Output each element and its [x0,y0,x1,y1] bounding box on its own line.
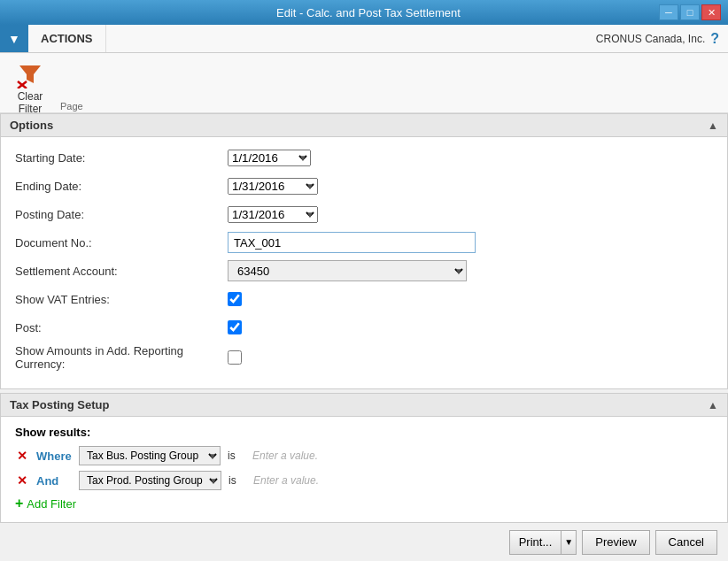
starting-date-dropdown[interactable]: 1/1/2016 [228,150,311,166]
filter-operator-2: is [228,474,246,487]
show-amounts-label: Show Amounts in Add. Reporting Currency: [15,344,228,371]
options-section: Options ▲ Starting Date: 1/1/2016 ▼ End [0,113,728,389]
clear-filter-label: ClearFilter [18,90,43,115]
add-filter-button[interactable]: + Add Filter [15,496,713,511]
options-collapse-icon: ▲ [708,119,718,132]
ribbon: ▼ ACTIONS CRONUS Canada, Inc. ? [0,25,728,53]
tax-posting-section-body: Show results: ✕ Where Tax Bus. Posting G… [1,417,727,522]
title-bar: Edit - Calc. and Post Tax Settlement ─ □… [0,0,728,25]
print-button[interactable]: Print... [509,530,561,555]
ribbon-tab-actions[interactable]: ACTIONS [28,25,106,52]
posting-date-row: Posting Date: 1/31/2016 ▼ [15,203,713,226]
print-dropdown-button[interactable]: ▼ [561,530,577,555]
tax-posting-section: Tax Posting Setup ▲ Show results: ✕ Wher… [0,393,728,522]
post-checkbox[interactable] [228,320,242,334]
window-title: Edit - Calc. and Post Tax Settlement [78,6,659,19]
show-vat-checkbox[interactable] [228,292,242,306]
clear-filter-icon [16,60,44,88]
show-vat-row: Show VAT Entries: [15,288,713,311]
show-amounts-row: Show Amounts in Add. Reporting Currency: [15,344,713,371]
options-section-body: Starting Date: 1/1/2016 ▼ Ending Date: [1,137,727,388]
filter-operator-1: is [228,450,245,462]
posting-date-label: Posting Date: [15,208,228,221]
ending-date-row: Ending Date: 1/31/2016 ▼ [15,174,713,197]
close-button[interactable]: ✕ [701,4,721,20]
company-name: CRONUS Canada, Inc. ? [587,25,728,52]
filter-remove-2-button[interactable]: ✕ [15,473,29,488]
document-no-row: Document No.: [15,231,713,254]
ending-date-dropdown[interactable]: 1/31/2016 [228,178,318,195]
add-filter-plus-icon: + [15,496,23,511]
tax-posting-collapse-icon: ▲ [708,399,718,411]
tax-posting-section-header[interactable]: Tax Posting Setup ▲ [1,394,727,417]
posting-date-dropdown[interactable]: 1/31/2016 [228,206,318,223]
svg-marker-0 [19,65,41,83]
filter-value-1[interactable]: Enter a value. [252,450,318,462]
filter-keyword-2: And [36,474,72,488]
maximize-button[interactable]: □ [680,4,700,20]
post-row: Post: [15,316,713,339]
clear-filter-button[interactable]: ClearFilter [7,57,53,119]
footer: Print... ▼ Preview Cancel [0,522,728,561]
filter-row-2: ✕ And Tax Prod. Posting Group ▼ is Enter… [15,471,713,490]
starting-date-row: Starting Date: 1/1/2016 ▼ [15,146,713,169]
filter-keyword-1: Where [36,450,72,463]
show-amounts-checkbox[interactable] [228,350,242,365]
window-controls[interactable]: ─ □ ✕ [659,4,721,20]
filter-row-1: ✕ Where Tax Bus. Posting Group ▼ is Ente… [15,446,713,465]
preview-button[interactable]: Preview [582,530,649,555]
show-vat-label: Show VAT Entries: [15,293,228,306]
post-label: Post: [15,321,228,334]
print-button-wrap[interactable]: Print... ▼ [509,530,577,555]
settlement-account-dropdown[interactable]: 63450 [228,260,467,281]
ending-date-label: Ending Date: [15,180,228,193]
starting-date-label: Starting Date: [15,151,228,165]
help-icon[interactable]: ? [710,31,719,47]
settlement-account-row: Settlement Account: 63450 ▼ [15,259,713,282]
options-section-header[interactable]: Options ▲ [1,114,727,137]
filter-field-1-dropdown[interactable]: Tax Bus. Posting Group [79,446,221,465]
ribbon-menu-button[interactable]: ▼ [0,25,28,52]
filter-remove-1-button[interactable]: ✕ [15,449,29,463]
filter-field-2-dropdown[interactable]: Tax Prod. Posting Group [79,471,221,490]
filter-value-2[interactable]: Enter a value. [253,474,319,487]
document-no-label: Document No.: [15,236,228,250]
add-filter-label: Add Filter [27,497,76,511]
show-results-label: Show results: [15,426,713,439]
main-content: Options ▲ Starting Date: 1/1/2016 ▼ End [0,113,728,522]
cancel-button[interactable]: Cancel [655,530,717,555]
settlement-account-label: Settlement Account: [15,265,228,278]
toolbar: ClearFilter Page [0,53,728,113]
toolbar-page-label: Page [53,57,83,111]
minimize-button[interactable]: ─ [659,4,678,20]
document-no-input[interactable] [228,232,476,253]
